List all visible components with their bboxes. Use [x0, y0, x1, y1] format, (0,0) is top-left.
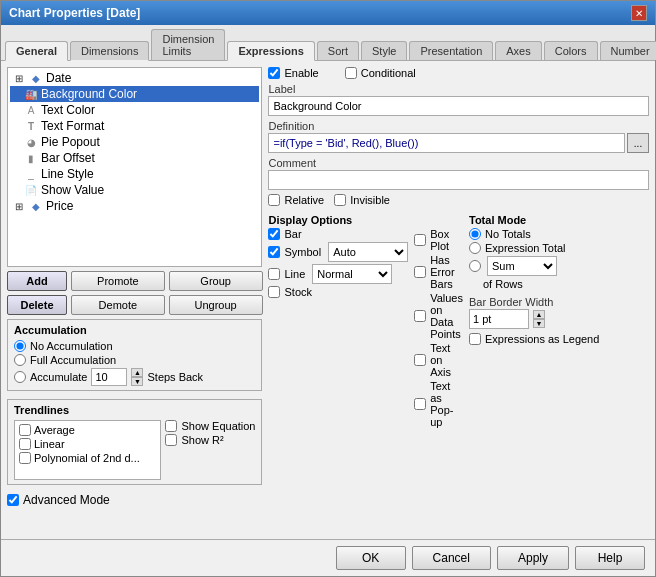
tree-item-background-color[interactable]: 🏭 Background Color: [10, 86, 259, 102]
conditional-checkbox[interactable]: [345, 67, 357, 79]
display-opts-cols: Bar Symbol Auto None Circle: [268, 228, 463, 428]
trendline-average[interactable]: Average: [17, 423, 158, 437]
trendline-average-label: Average: [34, 424, 75, 436]
tree-item-date[interactable]: ⊞ ◆ Date: [10, 70, 259, 86]
error-bars-row: Has Error Bars: [414, 254, 463, 290]
tab-colors[interactable]: Colors: [544, 41, 598, 60]
text-axis-label: Text on Axis: [430, 342, 463, 378]
expression-tree[interactable]: ⊞ ◆ Date 🏭 Background Color A Text Color…: [7, 67, 262, 267]
ungroup-button[interactable]: Ungroup: [169, 295, 263, 315]
trendline-linear-check[interactable]: [19, 438, 31, 450]
bar-checkbox[interactable]: [268, 228, 280, 240]
trendline-poly[interactable]: Polynomial of 2nd d...: [17, 451, 158, 465]
help-button[interactable]: Help: [575, 546, 645, 570]
show-r2-check[interactable]: [165, 434, 177, 446]
promote-button[interactable]: Promote: [71, 271, 165, 291]
full-accum-radio[interactable]: [14, 354, 26, 366]
close-button[interactable]: ✕: [631, 5, 647, 21]
steps-up[interactable]: ▲: [131, 368, 143, 377]
trendline-average-check[interactable]: [19, 424, 31, 436]
group-button[interactable]: Group: [169, 271, 263, 291]
tree-item-bar-offset[interactable]: ▮ Bar Offset: [10, 150, 259, 166]
text-axis-checkbox[interactable]: [414, 354, 426, 366]
text-T-icon: T: [24, 119, 38, 133]
bar-border-section: Bar Border Width ▲ ▼: [469, 296, 649, 329]
demote-button[interactable]: Demote: [71, 295, 165, 315]
sum-radio[interactable]: [469, 260, 481, 272]
bar-border-up[interactable]: ▲: [533, 310, 545, 319]
tab-presentation[interactable]: Presentation: [409, 41, 493, 60]
enable-checkbox[interactable]: [268, 67, 280, 79]
box-plot-checkbox[interactable]: [414, 234, 426, 246]
label-field-group: Label: [268, 83, 649, 116]
delete-button[interactable]: Delete: [7, 295, 67, 315]
title-bar: Chart Properties [Date] ✕: [1, 1, 655, 25]
box-plot-row: Box Plot: [414, 228, 463, 252]
error-bars-checkbox[interactable]: [414, 266, 426, 278]
left-panel: ⊞ ◆ Date 🏭 Background Color A Text Color…: [7, 67, 262, 533]
no-totals-radio[interactable]: [469, 228, 481, 240]
line-select[interactable]: Normal Dashed: [312, 264, 392, 284]
definition-input[interactable]: [268, 133, 625, 153]
color-swatch-icon: 🏭: [24, 87, 38, 101]
expressions-legend-check[interactable]: [469, 333, 481, 345]
tree-item-text-format[interactable]: T Text Format: [10, 118, 259, 134]
tab-expressions[interactable]: Expressions: [227, 41, 314, 61]
invisible-checkbox[interactable]: [334, 194, 346, 206]
tree-item-price[interactable]: ⊞ ◆ Price: [10, 198, 259, 214]
label-input[interactable]: [268, 96, 649, 116]
comment-input[interactable]: [268, 170, 649, 190]
expand-icon: ⊞: [12, 71, 26, 85]
tab-general[interactable]: General: [5, 41, 68, 61]
tab-style[interactable]: Style: [361, 41, 407, 60]
bar-border-down[interactable]: ▼: [533, 319, 545, 328]
trendlines-title: Trendlines: [14, 404, 255, 416]
text-popup-checkbox[interactable]: [414, 398, 426, 410]
trendline-linear[interactable]: Linear: [17, 437, 158, 451]
text-a-icon: A: [24, 103, 38, 117]
stock-checkbox[interactable]: [268, 286, 280, 298]
text-popup-row: Text as Pop-up: [414, 380, 463, 428]
steps-down[interactable]: ▼: [131, 377, 143, 386]
symbol-checkbox[interactable]: [268, 246, 280, 258]
symbol-select[interactable]: Auto None Circle: [328, 242, 408, 262]
sum-select[interactable]: Sum Avg Min Max: [487, 256, 557, 276]
conditional-chk-row: Conditional: [345, 67, 416, 79]
no-accum-radio[interactable]: [14, 340, 26, 352]
ok-button[interactable]: OK: [336, 546, 406, 570]
advanced-mode-check[interactable]: [7, 494, 19, 506]
accum-radio[interactable]: [14, 371, 26, 383]
tabs-bar: General Dimensions Dimension Limits Expr…: [1, 25, 655, 61]
total-mode-radios: No Totals Expression Total Sum Avg Min: [469, 228, 649, 290]
tree-item-pie-popout[interactable]: ◕ Pie Popout: [10, 134, 259, 150]
tree-item-text-color[interactable]: A Text Color: [10, 102, 259, 118]
trendline-poly-check[interactable]: [19, 452, 31, 464]
trendlines-list[interactable]: Average Linear Polynomial of 2nd d...: [14, 420, 161, 480]
tab-number[interactable]: Number: [600, 41, 656, 60]
tab-axes[interactable]: Axes: [495, 41, 541, 60]
tab-sort[interactable]: Sort: [317, 41, 359, 60]
bar-border-input[interactable]: [469, 309, 529, 329]
of-rows-label-row: of Rows: [469, 278, 649, 290]
tree-item-label: Show Value: [41, 183, 104, 197]
no-accum-row: No Accumulation: [14, 340, 255, 352]
relative-checkbox[interactable]: [268, 194, 280, 206]
definition-expand-button[interactable]: ...: [627, 133, 649, 153]
add-button[interactable]: Add: [7, 271, 67, 291]
show-equation-check[interactable]: [165, 420, 177, 432]
line-checkbox[interactable]: [268, 268, 280, 280]
tab-dimension-limits[interactable]: Dimension Limits: [151, 29, 225, 60]
display-options: Display Options Bar Symbol Aut: [268, 210, 463, 428]
apply-button[interactable]: Apply: [497, 546, 569, 570]
tree-item-show-value[interactable]: 📄 Show Value: [10, 182, 259, 198]
cancel-button[interactable]: Cancel: [412, 546, 491, 570]
expression-total-row: Expression Total: [469, 242, 649, 254]
steps-input[interactable]: [91, 368, 127, 386]
comment-group: Comment: [268, 157, 649, 190]
definition-label: Definition: [268, 120, 649, 132]
expression-total-radio[interactable]: [469, 242, 481, 254]
tab-dimensions[interactable]: Dimensions: [70, 41, 149, 61]
enable-row: Enable Conditional: [268, 67, 649, 79]
tree-item-line-style[interactable]: ⎯ Line Style: [10, 166, 259, 182]
values-checkbox[interactable]: [414, 310, 426, 322]
